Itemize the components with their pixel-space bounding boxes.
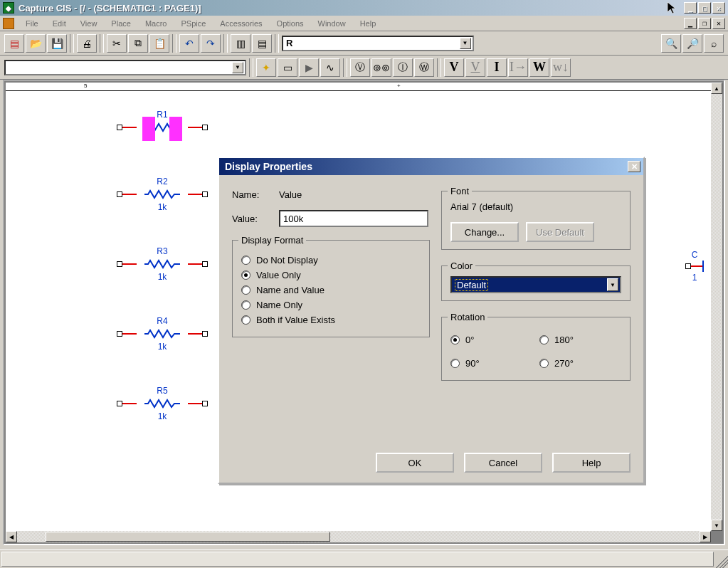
zoom-out-button[interactable]: 🔎: [682, 34, 702, 53]
power-probe-icon: Ⓦ: [419, 61, 429, 74]
pin-right[interactable]: [202, 401, 208, 406]
v-toggle-button[interactable]: V: [465, 58, 485, 77]
pin-left[interactable]: [117, 401, 122, 406]
pin-left[interactable]: [117, 261, 122, 267]
close-button[interactable]: ✕: [712, 2, 725, 14]
scrollbar-vertical[interactable]: ▲ ▼: [711, 83, 722, 531]
radio-rot-180[interactable]: 180°: [539, 335, 621, 345]
new-button[interactable]: ▤: [4, 34, 24, 53]
component-r1[interactable]: R1: [120, 110, 205, 134]
status-panel: [1, 552, 714, 567]
part-name-combo[interactable]: R ▼: [282, 36, 474, 51]
print-button[interactable]: 🖨: [77, 34, 97, 53]
chevron-down-icon[interactable]: ▼: [232, 62, 243, 73]
tile-h-button[interactable]: ▤: [252, 34, 272, 53]
scroll-right-button[interactable]: ▶: [700, 531, 711, 542]
pin-left[interactable]: [117, 125, 122, 130]
pin-left[interactable]: [117, 331, 122, 337]
menu-options[interactable]: Options: [270, 18, 311, 29]
scroll-up-button[interactable]: ▲: [711, 83, 722, 94]
open-button[interactable]: 📂: [26, 34, 46, 53]
zoom-area-button[interactable]: ⌕: [704, 34, 724, 53]
radio-both-if-value-exists[interactable]: Both if Value Exists: [241, 315, 421, 325]
view-results-button[interactable]: ∿: [320, 58, 340, 77]
change-font-button[interactable]: Change...: [450, 222, 519, 242]
scroll-down-button[interactable]: ▼: [711, 520, 722, 531]
menu-accessories[interactable]: Accessories: [213, 18, 269, 29]
voltage-marker-button[interactable]: Ⓥ: [350, 58, 370, 77]
component-r5[interactable]: R5 1k: [120, 386, 205, 421]
menu-edit[interactable]: Edit: [46, 18, 73, 29]
resize-grip[interactable]: [715, 550, 728, 568]
pin-left[interactable]: [117, 191, 122, 197]
dialog-titlebar[interactable]: Display Properties ✕: [219, 158, 643, 175]
paste-clipboard-icon: 📋: [154, 38, 166, 49]
voltage-probe-icon: Ⓥ: [355, 61, 365, 74]
component-r4[interactable]: R4 1k: [120, 316, 205, 352]
help-button[interactable]: Help: [552, 453, 631, 473]
edit-sim-settings-button[interactable]: ▭: [278, 58, 297, 77]
menu-file[interactable]: File: [19, 18, 46, 29]
pin-right[interactable]: [202, 261, 208, 267]
menu-window[interactable]: Window: [311, 18, 353, 29]
copy-button[interactable]: ⧉: [128, 34, 148, 53]
cut-button[interactable]: ✂: [107, 34, 127, 53]
menu-pspice[interactable]: PSpice: [174, 18, 213, 29]
i-bias-button[interactable]: I: [487, 58, 507, 77]
scroll-thumb[interactable]: [46, 532, 330, 542]
pin-left[interactable]: [685, 263, 691, 269]
run-button[interactable]: ▶: [299, 58, 319, 77]
maximize-button[interactable]: □: [698, 2, 711, 14]
radio-rot-270[interactable]: 270°: [539, 358, 621, 369]
ok-button[interactable]: OK: [376, 453, 454, 473]
mdi-minimize-button[interactable]: ▁: [684, 18, 697, 29]
component-r2[interactable]: R2 1k: [120, 177, 205, 212]
color-select[interactable]: Default ▼: [450, 276, 621, 293]
v-bias-button[interactable]: V: [444, 58, 464, 77]
selection-handle[interactable]: [142, 128, 155, 141]
selection-handle[interactable]: [169, 128, 182, 141]
scrollbar-horizontal[interactable]: ◀ ▶: [6, 531, 711, 542]
power-marker-button[interactable]: Ⓦ: [414, 58, 434, 77]
radio-name-only[interactable]: Name Only: [241, 300, 421, 310]
paste-button[interactable]: 📋: [149, 34, 169, 53]
new-sim-profile-button[interactable]: ✦: [256, 58, 276, 77]
component-r3[interactable]: R3 1k: [120, 246, 205, 282]
dialog-close-button[interactable]: ✕: [628, 161, 640, 172]
pin-right[interactable]: [202, 191, 208, 197]
scroll-track[interactable]: [17, 531, 700, 542]
menu-macro[interactable]: Macro: [138, 18, 174, 29]
radio-do-not-display[interactable]: Do Not Display: [241, 255, 421, 265]
zoom-in-button[interactable]: 🔍: [661, 34, 681, 53]
chevron-down-icon[interactable]: ▼: [460, 38, 471, 49]
pin-right[interactable]: [202, 331, 208, 337]
redo-button[interactable]: ↷: [201, 34, 221, 53]
radio-rot-90[interactable]: 90°: [450, 358, 532, 369]
save-button[interactable]: 💾: [47, 34, 67, 53]
cancel-button[interactable]: Cancel: [464, 453, 542, 473]
radio-rot-0[interactable]: 0°: [450, 335, 532, 345]
radio-value-only[interactable]: Value Only: [241, 270, 421, 280]
menu-view[interactable]: View: [73, 18, 105, 29]
scroll-track[interactable]: [711, 94, 722, 520]
simulation-profile-combo[interactable]: ▼: [4, 60, 246, 75]
undo-button[interactable]: ↶: [179, 34, 199, 53]
diff-marker-button[interactable]: ⊚⊚: [371, 58, 391, 77]
i-toggle-button[interactable]: I→: [508, 58, 528, 77]
w-toggle-button[interactable]: w↓: [551, 58, 571, 77]
current-marker-button[interactable]: Ⓘ: [393, 58, 413, 77]
chevron-down-icon[interactable]: ▼: [607, 278, 618, 291]
value-input[interactable]: [279, 210, 428, 227]
mdi-close-button[interactable]: ✕: [712, 18, 725, 29]
radio-name-and-value[interactable]: Name and Value: [241, 285, 421, 295]
scroll-left-button[interactable]: ◀: [6, 531, 17, 542]
menu-help[interactable]: Help: [353, 18, 384, 29]
w-bias-button[interactable]: W: [529, 58, 549, 77]
mdi-restore-button[interactable]: ❐: [698, 18, 711, 29]
menu-place[interactable]: Place: [104, 18, 138, 29]
pin-right[interactable]: [202, 125, 208, 130]
minimize-button[interactable]: ▁: [684, 2, 697, 14]
component-c-partial[interactable]: C 1: [685, 250, 704, 283]
tile-v-button[interactable]: ▥: [231, 34, 250, 53]
window-title: Capture CIS - [/ - (SCHEMATIC1 : PAGE1)]: [19, 3, 665, 14]
